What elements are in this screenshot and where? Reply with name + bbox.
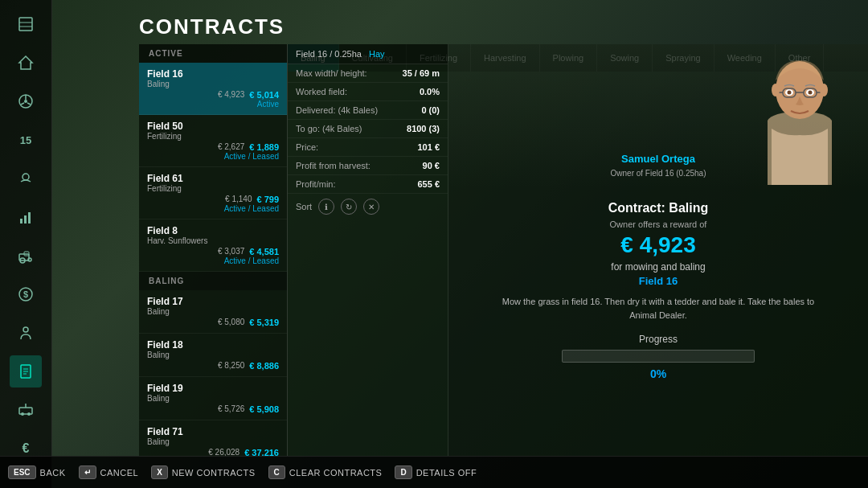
contract-type-field71: Baling bbox=[147, 437, 279, 446]
contract-highlight-price-field18: € 8,886 bbox=[249, 361, 279, 371]
detail-row-togo: To go: (4k Bales) 8100 (3) bbox=[288, 120, 448, 138]
section-active-header: ACTIVE bbox=[139, 44, 287, 63]
contract-name-field50: Field 50 bbox=[147, 121, 279, 132]
contract-item-field19[interactable]: Field 19 Baling € 5,726 € 5,908 bbox=[139, 377, 287, 420]
contract-type-field8: Harv. Sunflowers bbox=[147, 236, 279, 245]
sort-label: Sort bbox=[296, 202, 312, 211]
progress-bar-container bbox=[562, 350, 755, 363]
svg-point-9 bbox=[23, 174, 29, 180]
detail-value-price: 101 € bbox=[417, 142, 440, 152]
back-button[interactable]: ESC BACK bbox=[8, 465, 66, 479]
detail-row-maxwidth: Max width/ height: 35 / 69 m bbox=[288, 64, 448, 83]
enter-key: ↵ bbox=[79, 465, 96, 479]
detail-value-togo: 8100 (3) bbox=[407, 124, 440, 133]
new-contracts-label: NEW CONTRACTS bbox=[172, 468, 256, 478]
clear-contracts-button[interactable]: C CLEAR CONTRACTS bbox=[268, 465, 383, 479]
contract-base-price-field19: € 5,726 bbox=[218, 404, 244, 414]
sort-info-button[interactable]: ℹ bbox=[318, 199, 334, 215]
contract-name-field8: Field 8 bbox=[147, 225, 279, 236]
detail-label-profit-harvest: Profit from harvest: bbox=[296, 161, 371, 170]
contract-item-field8[interactable]: Field 8 Harv. Sunflowers € 3,037 € 4,581… bbox=[139, 219, 287, 272]
contract-status-field8: Active / Leased bbox=[147, 256, 279, 265]
sidebar-icon-money[interactable]: $ bbox=[10, 278, 42, 310]
contract-highlight-price-field16: € 5,014 bbox=[249, 90, 279, 100]
detail-value-maxwidth: 35 / 69 m bbox=[403, 68, 440, 78]
contract-item-field17[interactable]: Field 17 Baling € 5,080 € 5,319 bbox=[139, 290, 287, 334]
detail-label-profit-min: Profit/min: bbox=[296, 179, 336, 189]
svg-line-8 bbox=[27, 103, 31, 105]
contract-name-field16: Field 16 bbox=[147, 68, 279, 80]
detail-label-togo: To go: (4k Bales) bbox=[296, 124, 362, 133]
contracts-panel: ACTIVE Field 16 Baling € 4,923 € 5,014 A… bbox=[139, 44, 288, 456]
svg-point-19 bbox=[23, 327, 28, 332]
svg-rect-10 bbox=[20, 219, 23, 223]
contract-name-field19: Field 19 bbox=[147, 383, 279, 394]
contract-item-field16[interactable]: Field 16 Baling € 4,923 € 5,014 Active bbox=[139, 63, 287, 115]
detail-right-panel: Samuel Ortega Owner of Field 16 (0.25ha)… bbox=[448, 44, 868, 456]
contract-item-field18[interactable]: Field 18 Baling € 8,250 € 8,886 bbox=[139, 334, 287, 377]
contract-base-price-field61: € 1,140 bbox=[225, 195, 252, 204]
sort-refresh-button[interactable]: ↻ bbox=[341, 199, 357, 215]
clear-contracts-label: CLEAR CONTRACTS bbox=[289, 468, 383, 478]
sidebar-icon-farm[interactable] bbox=[10, 47, 42, 79]
detail-value-profit-min: 655 € bbox=[417, 179, 440, 189]
contract-name-field71: Field 71 bbox=[147, 426, 279, 437]
d-key: D bbox=[395, 465, 411, 479]
sidebar-icon-transport[interactable] bbox=[10, 394, 42, 426]
page-title: CONTRACTS bbox=[139, 14, 285, 39]
svg-marker-3 bbox=[19, 56, 32, 69]
detail-row-profit-harvest: Profit from harvest: 90 € bbox=[288, 157, 448, 175]
sort-close-button[interactable]: ✕ bbox=[363, 199, 379, 215]
svg-point-25 bbox=[21, 412, 24, 416]
detail-value-delivered: 0 (0) bbox=[421, 105, 440, 115]
x-key: X bbox=[151, 465, 168, 479]
sidebar-icon-worker[interactable] bbox=[10, 317, 42, 349]
contract-detail-body: Contract: Baling Owner offers a reward o… bbox=[448, 189, 868, 392]
detail-field-title: Field 16 / 0.25ha Hay bbox=[288, 44, 448, 64]
contract-item-field71[interactable]: Field 71 Baling € 26,028 € 37,216 bbox=[139, 420, 287, 456]
svg-point-15 bbox=[28, 258, 31, 261]
sidebar-icon-tractor[interactable] bbox=[10, 240, 42, 272]
contract-name-field17: Field 17 bbox=[147, 296, 279, 307]
svg-point-5 bbox=[24, 100, 27, 103]
details-off-label: DETAILS OFF bbox=[416, 468, 477, 478]
svg-point-26 bbox=[27, 412, 31, 416]
progress-percentage: 0% bbox=[465, 367, 852, 380]
detail-panel: Field 16 / 0.25ha Hay Max width/ height:… bbox=[288, 44, 868, 456]
contract-item-field61[interactable]: Field 61 Fertilizing € 1,140 € 799 Activ… bbox=[139, 167, 287, 219]
detail-label-worked: Worked field: bbox=[296, 87, 347, 96]
contract-status-field16: Active bbox=[147, 100, 279, 109]
detail-field-crop: Hay bbox=[369, 49, 385, 59]
contract-reward-field: Field 16 bbox=[465, 275, 852, 287]
contract-highlight-price-field61: € 799 bbox=[256, 195, 279, 204]
svg-text:$: $ bbox=[23, 289, 28, 299]
contract-name-field18: Field 18 bbox=[147, 339, 279, 351]
contract-highlight-price-field17: € 5,319 bbox=[249, 318, 279, 327]
details-off-button[interactable]: D DETAILS OFF bbox=[395, 465, 477, 479]
sort-row: Sort ℹ ↻ ✕ bbox=[288, 194, 448, 219]
sidebar-icon-steering[interactable] bbox=[10, 85, 42, 117]
detail-label-maxwidth: Max width/ height: bbox=[296, 68, 367, 78]
cancel-button[interactable]: ↵ CANCEL bbox=[79, 465, 139, 479]
owner-title: Owner of Field 16 (0.25ha) bbox=[611, 169, 706, 178]
svg-rect-12 bbox=[28, 212, 31, 223]
sidebar-icon-contracts[interactable] bbox=[10, 355, 42, 388]
sidebar-icon-calendar[interactable]: 15 bbox=[10, 124, 42, 156]
contract-reward-intro: Owner offers a reward of bbox=[465, 219, 852, 229]
contract-name-field61: Field 61 bbox=[147, 173, 279, 184]
svg-rect-0 bbox=[19, 18, 32, 31]
sidebar-icon-weather[interactable] bbox=[10, 162, 42, 195]
svg-line-7 bbox=[21, 103, 24, 105]
sidebar-icon-map[interactable] bbox=[10, 8, 42, 40]
sidebar-icon-stats[interactable] bbox=[10, 201, 42, 233]
new-contracts-button[interactable]: X NEW CONTRACTS bbox=[151, 465, 255, 479]
contract-item-field50[interactable]: Field 50 Fertilizing € 2,627 € 1,889 Act… bbox=[139, 115, 287, 167]
contract-type-field17: Baling bbox=[147, 307, 279, 316]
detail-value-profit-harvest: 90 € bbox=[423, 161, 440, 170]
svg-rect-24 bbox=[19, 408, 32, 414]
contract-highlight-price-field50: € 1,889 bbox=[249, 142, 279, 152]
progress-label: Progress bbox=[465, 334, 852, 345]
svg-point-37 bbox=[788, 91, 792, 95]
calendar-number: 15 bbox=[20, 134, 31, 146]
contract-description: Mow the grass in field 16. Then dry it w… bbox=[497, 295, 819, 322]
